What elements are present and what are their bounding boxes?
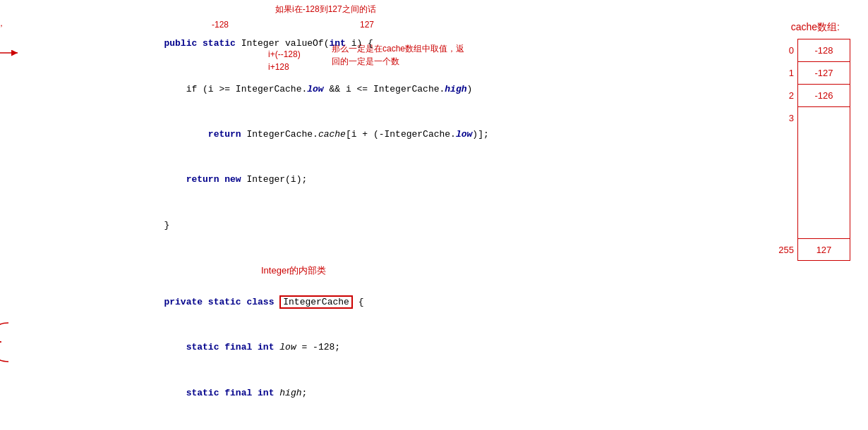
annotation-top-left: 如果i不在-128-127 之间，那么封装为 Integer对象 [0,18,7,42]
cache-row-2: 2 -126 [769,84,850,106]
code-line-5: } [120,202,720,247]
code-line-3: return IntegerCache.cache[i + (-IntegerC… [120,112,720,157]
main-container: 如果i不在-128-127 之间，那么封装为 Integer对象 如果i在-12… [0,0,868,430]
cache-index-255: 255 [769,245,794,255]
code-line-7: private static class IntegerCache { [120,279,720,324]
code-line-1: public static Integer valueOf(int i) { [120,21,720,66]
brace-give-cache [0,323,16,362]
code-line-4: return new Integer(i); [120,157,720,202]
code-section: 如果i不在-128-127 之间，那么封装为 Integer对象 如果i在-12… [7,7,720,423]
cache-row-1: 1 -127 [769,61,850,84]
code-line-blank [120,248,720,263]
cache-index-1: 1 [769,68,794,78]
code-line-2: if (i >= IntegerCache.low && i <= Intege… [120,66,720,111]
cache-cell-3 [797,106,850,129]
cache-row-0: 0 -128 [769,39,850,61]
cache-row-3: 3 [769,106,850,129]
cache-cell-255: 127 [797,238,850,261]
code-line-9: static final int high; [120,370,720,415]
cache-section: cache数组: 0 -128 1 -127 2 -126 3 [720,7,861,423]
annotation-top-right: 如果i在-128到127之间的话 [275,4,376,16]
code-block: public static Integer valueOf(int i) { i… [120,21,720,430]
cache-cell-1: -127 [797,61,850,84]
cache-gap-lines [797,129,850,238]
cache-index-0: 0 [769,45,794,56]
cache-cell-0: -128 [797,39,850,61]
arrow-topleft [0,46,21,67]
cache-cell-2: -126 [797,84,850,106]
cache-title: cache数组: [720,21,854,34]
code-line-8: static final int low = -128; [120,325,720,370]
cache-index-3: 3 [769,113,794,123]
cache-index-2: 2 [769,90,794,101]
cache-row-255: 255 127 [769,238,850,261]
code-line-10: static final Integer cache[]; [120,415,720,430]
cache-gap [769,129,850,238]
